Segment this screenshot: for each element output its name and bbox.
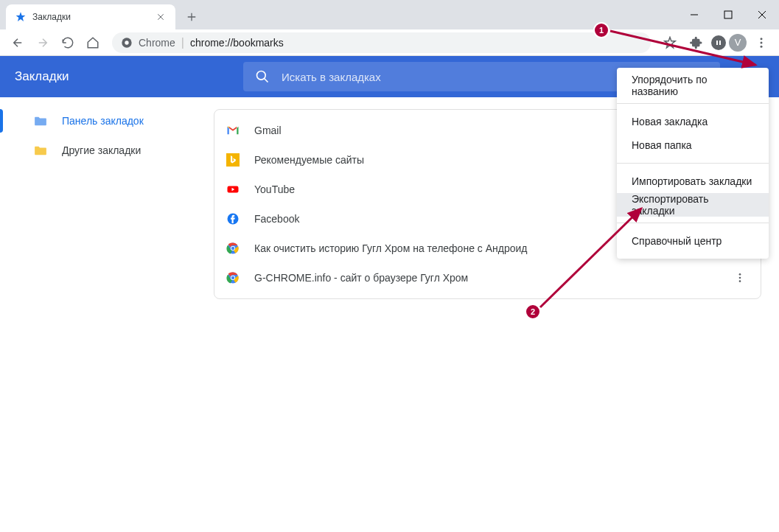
- bookmark-label: Facebook: [254, 213, 299, 225]
- search-icon: [255, 69, 270, 84]
- folder-icon: [34, 145, 47, 155]
- dropdown-separator: [617, 163, 769, 164]
- reload-button[interactable]: [56, 31, 80, 55]
- svg-point-7: [761, 45, 763, 47]
- back-button[interactable]: [6, 31, 29, 55]
- sidebar-item-bookmark-bar[interactable]: Панель закладок: [0, 106, 214, 136]
- svg-point-6: [761, 41, 763, 43]
- svg-point-26: [739, 273, 741, 276]
- bookmark-label: YouTube: [254, 183, 295, 195]
- bookmark-item[interactable]: G-CHROME.info - сайт о браузере Гугл Хро…: [214, 263, 761, 293]
- organize-dropdown: Упорядочить по названиюНовая закладкаНов…: [617, 68, 769, 259]
- omnibox[interactable]: Chrome | chrome://bookmarks: [112, 32, 651, 53]
- bing-icon: [226, 153, 240, 167]
- avatar[interactable]: V: [729, 34, 747, 52]
- chrome-icon: [226, 271, 240, 284]
- browser-menu-button[interactable]: [750, 31, 773, 55]
- extensions-button[interactable]: [685, 31, 708, 55]
- sidebar-item-label: Другие закладки: [62, 144, 141, 156]
- svg-rect-3: [716, 41, 718, 45]
- more-icon[interactable]: [731, 269, 749, 287]
- sidebar-item-label: Панель закладок: [62, 115, 144, 127]
- bookmark-label: Gmail: [254, 125, 282, 136]
- forward-button[interactable]: [31, 31, 55, 55]
- omnibox-separator: |: [181, 36, 184, 49]
- gmail-icon: [226, 124, 240, 137]
- chrome-icon: [121, 37, 133, 49]
- dropdown-item[interactable]: Экспортировать закладки: [617, 193, 769, 217]
- bookmark-label: Рекомендуемые сайты: [254, 154, 364, 166]
- bookmark-label: G-CHROME.info - сайт о браузере Гугл Хро…: [254, 272, 468, 284]
- annotation-badge-2: 2: [525, 304, 541, 320]
- tab-strip: Закладки: [0, 0, 779, 29]
- maximize-button[interactable]: [711, 0, 745, 29]
- svg-point-2: [125, 41, 128, 44]
- chrome-icon: [226, 242, 240, 255]
- page-title: Закладки: [15, 69, 228, 84]
- close-window-button[interactable]: [745, 0, 779, 29]
- dropdown-item[interactable]: Новая папка: [617, 133, 769, 157]
- svg-rect-0: [724, 11, 732, 18]
- pause-indicator-icon[interactable]: [711, 35, 726, 50]
- folder-icon: [34, 116, 47, 126]
- svg-point-8: [257, 71, 266, 80]
- close-icon[interactable]: [155, 11, 167, 23]
- dropdown-item[interactable]: Упорядочить по названию: [617, 74, 769, 97]
- dropdown-separator: [617, 103, 769, 104]
- svg-rect-4: [719, 41, 721, 45]
- dropdown-item[interactable]: Новая закладка: [617, 110, 769, 133]
- browser-tab[interactable]: Закладки: [6, 4, 175, 29]
- new-tab-button[interactable]: [181, 7, 202, 27]
- annotation-badge-1: 1: [593, 22, 609, 38]
- home-button[interactable]: [81, 31, 105, 55]
- tab-title: Закладки: [32, 12, 149, 22]
- dropdown-separator: [617, 223, 769, 223]
- svg-point-18: [231, 247, 235, 251]
- omnibox-label: Chrome: [139, 37, 175, 49]
- facebook-icon: [226, 212, 240, 225]
- svg-rect-12: [226, 153, 240, 167]
- sidebar-item-other-bookmarks[interactable]: Другие закладки: [0, 136, 214, 165]
- dropdown-item[interactable]: Импортировать закладки: [617, 169, 769, 193]
- svg-point-28: [739, 280, 741, 282]
- svg-point-27: [739, 277, 741, 279]
- bookmark-star-button[interactable]: [658, 31, 682, 55]
- browser-toolbar: Chrome | chrome://bookmarks V: [0, 29, 779, 56]
- dropdown-item[interactable]: Справочный центр: [617, 229, 769, 253]
- bookmark-label: Как очистить историю Гугл Хром на телефо…: [254, 242, 528, 254]
- svg-point-25: [231, 276, 235, 280]
- star-icon: [15, 11, 27, 23]
- youtube-icon: [226, 183, 240, 196]
- svg-point-5: [761, 38, 763, 40]
- window-controls: [677, 0, 779, 29]
- sidebar: Панель закладок Другие закладки: [0, 97, 214, 532]
- minimize-button[interactable]: [677, 0, 711, 29]
- omnibox-url: chrome://bookmarks: [190, 37, 284, 49]
